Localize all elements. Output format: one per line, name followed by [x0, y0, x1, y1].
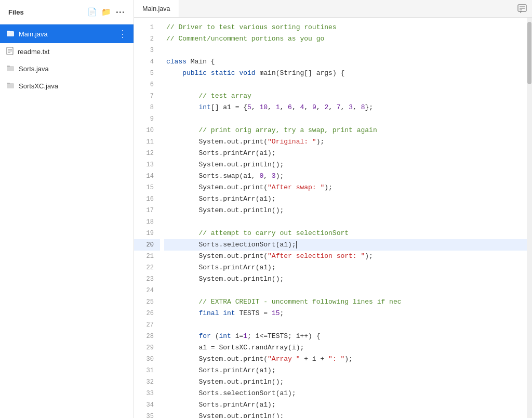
ln-28: 28 [134, 331, 160, 342]
code-content[interactable]: // Driver to test various sorting routin… [160, 18, 527, 418]
ln-22: 22 [134, 262, 160, 273]
svg-rect-1 [7, 31, 10, 32]
ln-8: 8 [134, 102, 160, 113]
ln-12: 12 [134, 148, 160, 159]
ln-21: 21 [134, 251, 160, 262]
code-line-5: public static void main(String[] args) { [164, 68, 527, 79]
code-line-11: System.out.print("Original: "); [164, 136, 527, 148]
code-line-19: // attempt to carry out selectionSort [164, 228, 527, 239]
code-line-21: System.out.print("After selection sort: … [164, 251, 527, 262]
code-line-22: Sorts.printArr(a1); [164, 262, 527, 273]
code-line-23: System.out.println(); [164, 273, 527, 285]
sidebar-header-icons: 📄 📁 ⋯ [87, 6, 125, 18]
code-editor[interactable]: 1 2 3 4 5 6 7 8 9 10 11 12 13 14 15 16 1… [134, 18, 532, 418]
tab-bar: Main.java [134, 0, 532, 18]
ln-16: 16 [134, 193, 160, 205]
code-line-26: final int TESTS = 15; [164, 308, 527, 319]
code-line-20: Sorts.selectionSort(a1); [164, 239, 527, 251]
sortsxc-java-label: SortsXC.java [19, 82, 127, 90]
ln-30: 30 [134, 354, 160, 365]
sidebar-header: Files 📄 📁 ⋯ [0, 0, 134, 24]
code-line-28: for (int i=1; i<=TESTS; i++) { [164, 331, 527, 342]
code-line-9 [164, 113, 527, 125]
ln-13: 13 [134, 159, 160, 171]
ln-23: 23 [134, 273, 160, 285]
tab-main-java[interactable]: Main.java [134, 0, 179, 17]
ln-14: 14 [134, 171, 160, 182]
vertical-scrollbar[interactable] [527, 18, 532, 418]
ln-15: 15 [134, 182, 160, 193]
code-line-24 [164, 285, 527, 296]
code-line-14: Sorts.swap(a1, 0, 3); [164, 171, 527, 182]
sidebar-item-main-java[interactable]: Main.java ⋮ [0, 24, 134, 43]
code-line-10: // print orig array, try a swap, print a… [164, 125, 527, 136]
code-line-7: // test array [164, 90, 527, 102]
ln-27: 27 [134, 319, 160, 331]
code-line-33: Sorts.selectionSort(a1); [164, 388, 527, 399]
more-options-icon[interactable]: ⋯ [115, 6, 125, 18]
ln-2: 2 [134, 33, 160, 45]
scrollbar-thumb[interactable] [527, 22, 531, 84]
tab-spacer [179, 0, 513, 17]
code-line-13: System.out.println(); [164, 159, 527, 171]
ln-5: 5 [134, 68, 160, 79]
ln-25: 25 [134, 296, 160, 308]
ln-29: 29 [134, 342, 160, 354]
sidebar-item-sorts-java[interactable]: Sorts.java [0, 60, 134, 77]
code-line-18 [164, 216, 527, 228]
files-label: Files [8, 8, 24, 16]
ln-34: 34 [134, 399, 160, 411]
code-line-1: // Driver to test various sorting routin… [164, 22, 527, 33]
sidebar: Files 📄 📁 ⋯ Main.java ⋮ readme. [0, 0, 134, 418]
sidebar-item-sortsxc-java[interactable]: SortsXC.java [0, 77, 134, 95]
main-editor: Main.java 1 2 3 4 5 6 7 8 9 10 11 [134, 0, 532, 418]
new-file-icon[interactable]: 📄 [87, 7, 97, 17]
ln-6: 6 [134, 79, 160, 90]
ln-33: 33 [134, 388, 160, 399]
ln-9: 9 [134, 113, 160, 125]
main-java-more-icon[interactable]: ⋮ [118, 28, 127, 40]
sidebar-item-readme[interactable]: readme.txt [0, 43, 134, 60]
code-line-4: class Main { [164, 56, 527, 68]
code-line-16: Sorts.printArr(a1); [164, 193, 527, 205]
code-line-2: // Comment/uncomment portions as you go [164, 33, 527, 45]
sorts-java-label: Sorts.java [19, 65, 127, 73]
folder-icon-main [6, 29, 15, 39]
folder-icon-sortsxc [6, 81, 15, 91]
code-line-25: // EXTRA CREDIT - uncomment following li… [164, 296, 527, 308]
ln-35: 35 [134, 411, 160, 418]
code-line-34: Sorts.printArr(a1); [164, 399, 527, 411]
main-java-label: Main.java [19, 30, 114, 38]
ln-17: 17 [134, 205, 160, 216]
code-line-35: System.out.println(); [164, 411, 527, 418]
code-line-8: int[] a1 = {5, 10, 1, 6, 4, 9, 2, 7, 3, … [164, 102, 527, 113]
ln-3: 3 [134, 45, 160, 56]
chat-icon[interactable] [512, 0, 532, 17]
code-line-17: System.out.println(); [164, 205, 527, 216]
ln-26: 26 [134, 308, 160, 319]
ln-1: 1 [134, 22, 160, 33]
ln-32: 32 [134, 376, 160, 388]
folder-icon-sorts [6, 64, 15, 74]
code-line-30: System.out.print("Array " + i + ": "); [164, 354, 527, 365]
code-line-31: Sorts.printArr(a1); [164, 365, 527, 376]
readme-label: readme.txt [18, 48, 127, 56]
code-line-12: Sorts.printArr(a1); [164, 148, 527, 159]
code-line-27 [164, 319, 527, 331]
new-folder-icon[interactable]: 📁 [101, 7, 111, 17]
ln-7: 7 [134, 90, 160, 102]
code-line-6 [164, 79, 527, 90]
code-line-32: System.out.println(); [164, 376, 527, 388]
code-line-29: a1 = SortsXC.randArray(i); [164, 342, 527, 354]
file-icon-readme [6, 47, 14, 57]
ln-31: 31 [134, 365, 160, 376]
tab-main-java-label: Main.java [142, 5, 170, 12]
ln-19: 19 [134, 228, 160, 239]
code-line-15: System.out.print("After swap: "); [164, 182, 527, 193]
ln-20: 20 [134, 239, 160, 251]
svg-rect-9 [7, 83, 10, 84]
code-line-3 [164, 45, 527, 56]
ln-11: 11 [134, 136, 160, 148]
ln-18: 18 [134, 216, 160, 228]
ln-4: 4 [134, 56, 160, 68]
